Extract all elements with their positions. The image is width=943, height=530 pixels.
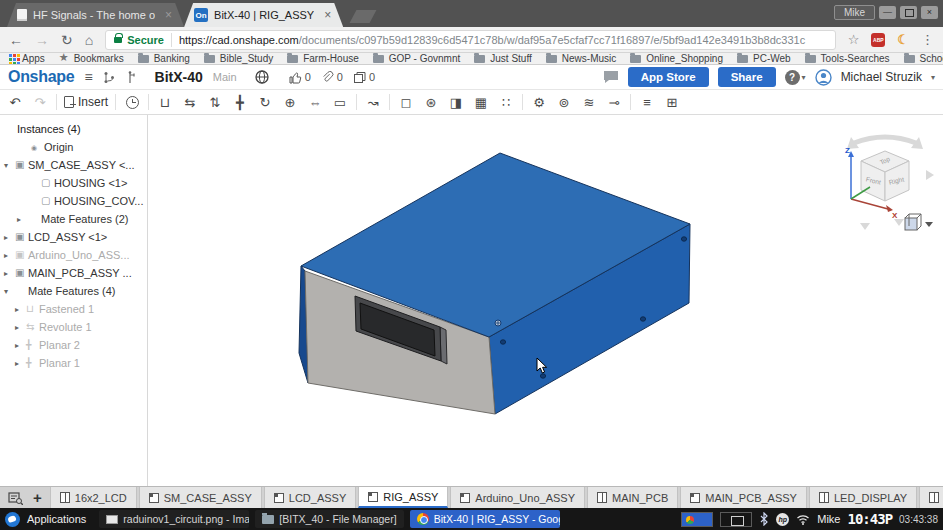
document-title[interactable]: BitX-40 — [155, 69, 203, 85]
home-icon[interactable]: ⌂ — [85, 33, 93, 47]
workspace-label[interactable]: Main — [213, 71, 237, 83]
document-tab[interactable]: PL-239 — [919, 487, 943, 508]
address-bar[interactable]: Secure https://cad.onshape.com/documents… — [105, 30, 835, 50]
history-icon[interactable] — [123, 92, 141, 112]
perspective-cube-icon[interactable] — [905, 218, 917, 230]
bookmark-item[interactable]: Tools-Searches — [805, 53, 890, 64]
likes-count[interactable]: 0 — [289, 71, 311, 84]
document-tab[interactable]: MAIN_PCB — [587, 487, 678, 508]
document-tab[interactable]: Arduino_Uno_ASSY — [450, 487, 585, 508]
tree-row[interactable]: ▸ MAIN_PCB_ASSY ... — [0, 264, 147, 282]
browser-tab[interactable]: HF Signals - The home o × — [7, 3, 184, 27]
adblock-extension-icon[interactable]: ABP — [871, 33, 885, 47]
bookmark-star-icon[interactable]: ☆ — [848, 32, 860, 47]
circular-pattern-icon[interactable]: ∷ — [497, 92, 515, 112]
bill-of-materials-icon[interactable]: ≡ — [638, 92, 656, 112]
tree-row[interactable]: ▸ Mate Features (2) — [0, 210, 147, 228]
pan-arrow-bottom-left[interactable] — [860, 223, 870, 230]
minimize-button[interactable]: — — [879, 6, 896, 19]
bookmark-item[interactable]: Online_Shopping — [630, 53, 723, 64]
gear-relation-icon[interactable]: ⚙ — [530, 92, 548, 112]
document-tab[interactable]: SM_CASE_ASSY — [139, 487, 262, 508]
tree-caret-icon[interactable]: ▸ — [4, 233, 15, 242]
tree-caret-icon[interactable]: ▸ — [17, 215, 28, 224]
redo-icon[interactable]: ↷ — [31, 92, 49, 112]
revolute-mate-icon[interactable]: ⇆ — [181, 92, 199, 112]
insert-icon[interactable]: Insert — [64, 92, 108, 112]
document-tab[interactable]: LCD_ASSY — [264, 487, 356, 508]
separator-icon[interactable] — [522, 94, 523, 110]
links-count[interactable]: 0 — [321, 71, 343, 84]
close-button[interactable]: × — [921, 6, 938, 19]
bookmark-item[interactable]: Just Stuff — [474, 53, 532, 64]
tree-row[interactable]: ▸ Planar 2 — [0, 336, 147, 354]
chrome-menu-icon[interactable]: ⋮ — [921, 32, 934, 47]
bookmark-item[interactable]: ★ Bookmarks — [59, 53, 124, 64]
tab-close-icon[interactable]: × — [163, 8, 174, 22]
tree-caret-icon[interactable]: ▸ — [15, 323, 26, 332]
document-tab[interactable]: MAIN_PCB_ASSY — [680, 487, 807, 508]
separator-icon[interactable] — [630, 94, 631, 110]
fastened-mate-icon[interactable]: ⊔ — [156, 92, 174, 112]
separator-icon[interactable] — [56, 94, 57, 110]
workspace-1[interactable] — [681, 512, 713, 527]
tree-caret-icon[interactable]: ▸ — [15, 359, 26, 368]
bookmark-item[interactable]: Farm-House — [287, 53, 359, 64]
tree-caret-icon[interactable]: ▾ — [4, 287, 15, 296]
reload-icon[interactable]: ↻ — [61, 33, 73, 47]
wifi-icon[interactable] — [796, 514, 810, 525]
tree-caret-icon[interactable]: ▸ — [15, 305, 26, 314]
bookmark-item[interactable]: GOP - Govnmnt — [373, 53, 461, 64]
exploded-view-icon[interactable]: ⊞ — [663, 92, 681, 112]
tangent-mate-icon[interactable]: ▭ — [331, 92, 349, 112]
3d-viewport[interactable]: Top Front Right Z X — [148, 115, 943, 486]
add-tab-icon[interactable]: + — [33, 489, 42, 506]
pan-arrow-right[interactable] — [926, 170, 934, 180]
tree-row[interactable]: HOUSING <1> — [0, 174, 147, 192]
tree-row[interactable]: ▾ SM_CASE_ASSY <... — [0, 156, 147, 174]
chrome-profile-button[interactable]: Mike — [834, 5, 875, 20]
applications-menu-icon[interactable] — [5, 512, 20, 527]
separator-icon[interactable] — [389, 94, 390, 110]
taskbar-window-button[interactable]: BitX-40 | RIG_ASSY - Google ... — [410, 510, 560, 528]
pin-slot-mate-icon[interactable]: ⇔ — [306, 92, 324, 112]
tab-manager-icon[interactable] — [8, 491, 23, 505]
browser-tab[interactable]: On BitX-40 | RIG_ASSY × — [184, 3, 343, 27]
workspace-2[interactable] — [720, 512, 752, 527]
copies-count[interactable]: 0 — [353, 71, 375, 84]
forward-icon[interactable]: → — [35, 33, 49, 47]
linear-pattern-icon[interactable]: ▦ — [472, 92, 490, 112]
snap-mode-icon[interactable]: ↝ — [364, 92, 382, 112]
ball-mate-icon[interactable]: ↻ — [256, 92, 274, 112]
tab-close-icon[interactable]: × — [322, 8, 333, 22]
bookmark-item[interactable]: Bible_Study — [204, 53, 273, 64]
document-tab[interactable]: 16x2_LCD — [50, 487, 137, 508]
document-tab[interactable]: RIG_ASSY — [358, 487, 448, 508]
tree-row[interactable]: ▸ Fastened 1 — [0, 300, 147, 318]
restore-button[interactable] — [900, 6, 917, 19]
clock[interactable]: 10:43P — [847, 511, 892, 527]
taskbar-window-button[interactable]: [BITX_40 - File Manager] — [255, 510, 403, 528]
hamburger-menu-icon[interactable]: ≡ — [84, 69, 92, 85]
group-icon[interactable]: ◻ — [397, 92, 415, 112]
tree-caret-icon[interactable]: ▸ — [4, 269, 15, 278]
rack-pinion-relation-icon[interactable]: ⊚ — [555, 92, 573, 112]
belt-relation-icon[interactable]: ⊸ — [605, 92, 623, 112]
undo-icon[interactable]: ↶ — [6, 92, 24, 112]
versions-icon[interactable] — [103, 71, 116, 84]
replicate-icon[interactable]: ⊛ — [422, 92, 440, 112]
user-name[interactable]: Michael Struzik — [841, 70, 922, 84]
view-mode-selector[interactable] — [905, 214, 933, 230]
app-store-button[interactable]: App Store — [628, 67, 709, 87]
bookmark-item[interactable]: PC-Web — [737, 53, 791, 64]
bluetooth-icon[interactable] — [759, 512, 769, 526]
separator-icon[interactable] — [148, 94, 149, 110]
bookmark-item[interactable]: Apps — [9, 53, 45, 64]
tree-row[interactable]: HOUSING_COV... — [0, 192, 147, 210]
pan-arrow-bottom[interactable] — [894, 219, 904, 226]
avatar[interactable] — [815, 69, 832, 86]
onshape-logo[interactable]: Onshape — [8, 68, 74, 86]
new-tab-button[interactable] — [350, 10, 377, 23]
separator-icon[interactable] — [356, 94, 357, 110]
tree-row[interactable]: Origin — [0, 138, 147, 156]
